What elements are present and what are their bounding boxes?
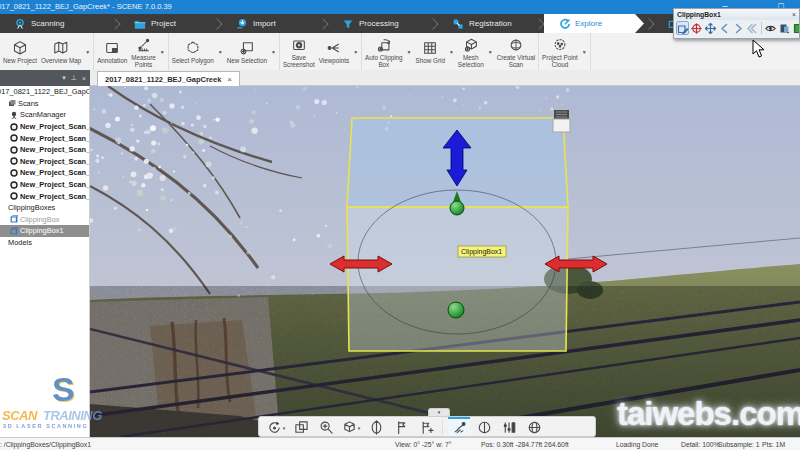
annotation-button[interactable]: Annotation xyxy=(95,33,129,70)
tree-item-new-project-scan-000[interactable]: New_Project_Scan_000 xyxy=(0,121,89,133)
visibility-palette-button[interactable] xyxy=(764,21,777,35)
dropdown-arrow-icon[interactable]: ▼ xyxy=(216,49,225,55)
move-palette-button[interactable] xyxy=(704,21,717,35)
dropdown-arrow-icon[interactable]: ▼ xyxy=(351,49,360,55)
tree-item-models[interactable]: Models xyxy=(0,237,89,249)
orbit-button[interactable]: ▾ xyxy=(265,417,287,436)
tree-item-clippingbox[interactable]: ClippingBox xyxy=(0,214,89,226)
select-polygon-button[interactable]: Select Polygon▼ xyxy=(170,33,225,70)
svg-text:ClippingBox1: ClippingBox1 xyxy=(461,248,502,256)
tree-item-2017-0821-1122-bej-gapcreek[interactable]: 2017_0821_1122_BEJ_GapCreek xyxy=(0,86,89,98)
save-screenshot-button[interactable]: Save Screenshot xyxy=(281,33,317,70)
first-palette-button[interactable] xyxy=(746,21,759,35)
pan-flag-button[interactable] xyxy=(390,417,412,436)
clipping-box-palette: ClippingBox1 × xyxy=(673,8,800,39)
edit-palette-button[interactable] xyxy=(676,21,689,35)
tree-item-clippingbox1[interactable]: ClippingBox1 xyxy=(0,225,89,237)
contrast-button[interactable] xyxy=(473,417,495,436)
toolbar-item-label: New Selection xyxy=(227,57,267,64)
palette-title-bar[interactable]: ClippingBox1 × xyxy=(674,9,799,20)
tab-registration[interactable]: Registration xyxy=(438,14,534,33)
tree-item-label: New_Project_Scan_001 xyxy=(20,134,90,143)
palette-close-icon[interactable]: × xyxy=(792,11,796,18)
tab-scanning[interactable]: Scanning xyxy=(0,14,110,33)
tree-item-scanmanager[interactable]: ScanManager xyxy=(0,109,89,121)
tree-item-new-project-scan-001[interactable]: New_Project_Scan_001 xyxy=(0,132,89,144)
walk-fly-button[interactable] xyxy=(448,417,470,436)
dropdown-arrow-icon[interactable]: ▼ xyxy=(269,49,278,55)
zoom-in-button[interactable] xyxy=(315,417,337,436)
tab-project[interactable]: Project xyxy=(120,14,212,33)
auto-clipping-box-button[interactable]: Auto Clipping Box▼ xyxy=(363,33,413,70)
new-project-icon xyxy=(12,40,28,56)
layer-palette-button[interactable] xyxy=(778,21,791,35)
toolbar-item-label: Viewpoints xyxy=(319,57,349,64)
dropdown-arrow-icon[interactable]: ▼ xyxy=(580,49,589,55)
pan-flag-add-button[interactable] xyxy=(415,417,437,436)
dropdown-arrow-icon[interactable]: ▾ xyxy=(283,425,286,431)
project-point-cloud-button[interactable]: Project Point Cloud▼ xyxy=(540,33,589,70)
tree-item-label: New_Project_Scan_003 xyxy=(20,157,90,166)
cube-view-button[interactable]: ▾ xyxy=(340,417,362,436)
next-palette-button[interactable] xyxy=(732,21,745,35)
new-selection-button[interactable]: New Selection▼ xyxy=(225,33,278,70)
dropdown-arrow-icon[interactable]: ▼ xyxy=(405,49,414,55)
tab-processing[interactable]: Processing xyxy=(328,14,428,33)
viewpoints-button[interactable]: Viewpoints▼ xyxy=(317,33,360,70)
tab-separator-chevron xyxy=(533,18,544,29)
globe-button[interactable] xyxy=(523,417,545,436)
overview-map-icon xyxy=(53,40,69,56)
next-icon xyxy=(733,23,744,34)
tree-item-new-project-scan-004[interactable]: New_Project_Scan_004 xyxy=(0,167,89,179)
levels-button[interactable] xyxy=(498,417,520,436)
dropdown-arrow-icon[interactable]: ▼ xyxy=(158,49,167,55)
tree-item-new-project-scan-006[interactable]: New_Project_Scan_006 xyxy=(0,190,89,202)
toolbar-item-label: Annotation xyxy=(97,57,127,64)
tree-item-new-project-scan-005[interactable]: New_Project_Scan_005 xyxy=(0,179,89,191)
create-virtual-scan-button[interactable]: Create Virtual Scan xyxy=(495,33,537,70)
tree-item-new-project-scan-002[interactable]: New_Project_Scan_002 xyxy=(0,144,89,156)
dropdown-arrow-icon[interactable]: ▼ xyxy=(83,49,92,55)
panel-close-icon[interactable]: × xyxy=(82,75,86,82)
scan-icon xyxy=(10,134,18,142)
new-project-button[interactable]: New Project xyxy=(1,33,39,70)
panel-pin-icon[interactable]: ⊥ xyxy=(71,74,77,82)
apply-palette-button[interactable] xyxy=(792,21,800,35)
scan-icon xyxy=(10,169,18,177)
toolbar-separator xyxy=(442,420,443,434)
dropdown-arrow-icon[interactable]: ▾ xyxy=(358,425,361,431)
overview-map-button[interactable]: Overview Map▼ xyxy=(39,33,92,70)
dropdown-arrow-icon[interactable]: ▼ xyxy=(447,49,456,55)
first-icon xyxy=(747,23,758,34)
copy-view-button[interactable] xyxy=(290,417,312,436)
tab-label: Project xyxy=(151,19,176,28)
tree-item-label: New_Project_Scan_005 xyxy=(20,180,90,189)
project-tab-icon xyxy=(134,18,146,30)
target-palette-button[interactable] xyxy=(690,21,703,35)
document-tab[interactable]: 2017_0821_1122_BEJ_GapCreek × xyxy=(97,71,240,87)
tree-item-new-project-scan-003[interactable]: New_Project_Scan_003 xyxy=(0,156,89,168)
tab-import[interactable]: Import xyxy=(222,14,318,33)
measure-points-button[interactable]: Measure Points▼ xyxy=(129,33,166,70)
prev-palette-button[interactable] xyxy=(718,21,731,35)
tab-explore[interactable]: Explore xyxy=(544,14,644,33)
orbit-icon xyxy=(267,420,282,435)
toolbar-group: AnnotationMeasure Points▼ xyxy=(94,33,169,70)
tree-item-scans[interactable]: Scans xyxy=(0,98,89,110)
document-tab-close-icon[interactable]: × xyxy=(227,75,232,84)
bottom-drag-handle[interactable] xyxy=(448,302,464,318)
show-grid-button[interactable]: Show Grid▼ xyxy=(414,33,456,70)
viewport-3d[interactable]: ClippingBox1 xyxy=(90,86,800,437)
tree-item-clippingboxes[interactable]: ClippingBoxes xyxy=(0,202,89,214)
mesh-selection-button[interactable]: Mesh Selection▼ xyxy=(456,33,495,70)
clipping-box-icon xyxy=(10,227,18,235)
status-loading: Loading Done xyxy=(616,441,658,448)
select-polygon-icon xyxy=(185,40,201,56)
viewer-toolbar: ▾▾ xyxy=(258,416,596,437)
dropdown-arrow-icon[interactable]: ▼ xyxy=(486,49,495,55)
panel-menu-icon[interactable]: ▾ xyxy=(62,74,66,82)
toolbar-item-label: Overview Map xyxy=(41,57,81,64)
corner-scale-handle[interactable] xyxy=(553,110,570,132)
rotate-view-button[interactable] xyxy=(365,417,387,436)
toolbar-item-label: Auto Clipping Box xyxy=(365,54,402,68)
